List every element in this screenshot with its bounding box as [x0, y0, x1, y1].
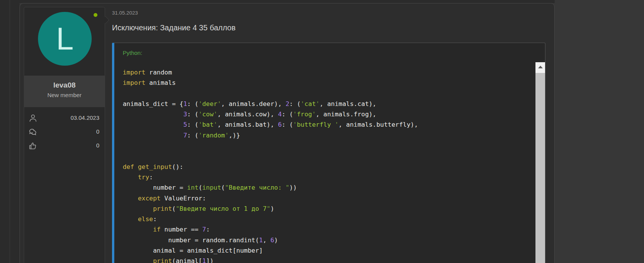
user-stats-box: 03.04.2023 0 0	[24, 107, 105, 263]
page-left-margin	[0, 0, 20, 263]
left-divider-line	[10, 0, 10, 263]
stat-row-joined: 03.04.2023	[24, 112, 105, 126]
code-line: 5: ('bat', animals.bat), 6: ('butterfly …	[123, 119, 530, 130]
code-line: try:	[123, 172, 530, 182]
post-container: L leva08 New member 03.04.2023	[20, 3, 555, 263]
code-line	[123, 88, 530, 99]
code-scrollbar[interactable]	[535, 62, 545, 263]
user-name-box: leva08 New member	[24, 76, 105, 107]
code-line: animals_dict = {1: ('deer', animals.deer…	[123, 99, 530, 109]
page-top-margin	[20, 0, 555, 3]
scrollbar-thumb[interactable]	[535, 73, 545, 263]
like-count: 0	[96, 142, 99, 149]
code-line: except ValueError:	[123, 193, 530, 203]
code-line: print("Введите число от 1 до 7")	[123, 203, 530, 214]
code-line: import animals	[123, 78, 530, 88]
code-scroll-area[interactable]: import randomimport animalsanimals_dict …	[114, 62, 545, 263]
code-line	[123, 151, 530, 161]
code-line: 3: ('cow', animals.cow), 4: ('frog', ani…	[123, 109, 530, 119]
code-line: animal = animals_dict[number]	[123, 245, 530, 256]
code-lines: import randomimport animalsanimals_dict …	[123, 67, 530, 263]
likes-icon	[28, 141, 38, 151]
stat-row-likes: 0	[24, 139, 105, 153]
message-count: 0	[96, 128, 99, 135]
post-title: Исключения: Задание 4 35 баллов	[112, 23, 236, 32]
user-role-label: New member	[24, 92, 105, 98]
scrollbar-up-button[interactable]	[535, 62, 545, 72]
code-line: number = int(input("Введите число: "))	[123, 182, 530, 193]
online-indicator	[94, 13, 97, 17]
avatar-box: L	[24, 7, 105, 76]
code-language-label: Python:	[114, 43, 142, 56]
joined-date: 03.04.2023	[71, 114, 99, 121]
post-timestamp[interactable]: 31.05.2023	[112, 10, 138, 16]
code-line: number = random.randint(1, 6)	[123, 235, 530, 245]
avatar-box-arrow	[102, 16, 109, 24]
scroll-up-arrow-icon	[538, 66, 543, 68]
code-line	[123, 141, 530, 151]
user-info-column: L leva08 New member 03.04.2023	[24, 3, 105, 263]
avatar[interactable]: L	[38, 12, 92, 66]
code-line: else:	[123, 214, 530, 224]
code-line: def get_input():	[123, 162, 530, 172]
messages-icon	[28, 127, 38, 137]
code-block: Python: import randomimport animalsanima…	[112, 43, 545, 263]
stat-row-messages: 0	[24, 126, 105, 139]
avatar-letter: L	[56, 23, 74, 55]
message-column: 31.05.2023 Исключения: Задание 4 35 балл…	[111, 3, 546, 263]
code-line: if number == 7:	[123, 224, 530, 235]
code-line: 7: ('random',)}	[123, 130, 530, 141]
username-link[interactable]: leva08	[24, 76, 105, 89]
code-line: print(animal[1])	[123, 256, 530, 263]
user-icon	[28, 113, 38, 123]
code-line: import random	[123, 67, 530, 78]
